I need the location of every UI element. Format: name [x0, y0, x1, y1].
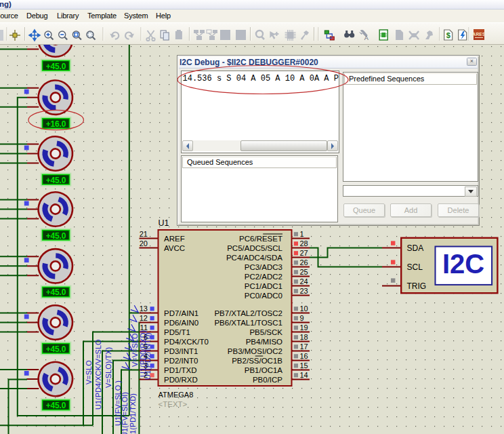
- svg-text:PC3/ADC3: PC3/ADC3: [245, 263, 282, 271]
- svg-text:I2C: I2C: [442, 249, 484, 279]
- svg-text:9: 9: [300, 314, 304, 322]
- svg-text:PD5/T1: PD5/T1: [164, 328, 190, 336]
- svg-text:V=SLO: V=SLO: [85, 360, 93, 384]
- svg-text:28: 28: [300, 239, 308, 248]
- svg-text:24: 24: [300, 277, 308, 285]
- svg-text:25: 25: [300, 268, 308, 276]
- svg-text:V=SLO)/TX): V=SLO)/TX): [104, 347, 112, 388]
- svg-text:14: 14: [300, 371, 308, 379]
- svg-text:10: 10: [300, 304, 308, 313]
- svg-text:PD0/RXD: PD0/RXD: [164, 376, 198, 384]
- svg-text:PD1/TXD: PD1/TXD: [164, 366, 197, 374]
- svg-text:3: 3: [144, 361, 148, 370]
- svg-text:A: A: [364, 35, 369, 41]
- svg-text:AVCC: AVCC: [164, 244, 185, 252]
- svg-text:27: 27: [300, 249, 308, 257]
- svg-text:PC2/ADC2: PC2/ADC2: [245, 273, 282, 281]
- svg-text:11: 11: [140, 323, 148, 332]
- svg-text:19: 19: [300, 323, 308, 332]
- svg-text:+45.0: +45.0: [46, 288, 66, 297]
- svg-text:PD7/AIN1: PD7/AIN1: [164, 309, 198, 317]
- svg-text:SDA: SDA: [407, 243, 424, 253]
- svg-text:TRIG: TRIG: [407, 281, 427, 291]
- svg-text:12: 12: [140, 314, 148, 322]
- svg-text:+45.0: +45.0: [46, 344, 66, 354]
- svg-text:18: 18: [300, 333, 308, 341]
- svg-text:20: 20: [140, 239, 148, 248]
- svg-text:U1(PD4/XCK/V=SLO: U1(PD4/XCK/V=SLO: [94, 339, 102, 410]
- svg-text:V=V=SLO: V=V=SLO: [131, 333, 139, 367]
- svg-text:4: 4: [144, 352, 148, 360]
- svg-text:17: 17: [300, 342, 308, 351]
- svg-text:PC0/ADC0: PC0/ADC0: [245, 292, 282, 300]
- svg-text:PC6/RESET: PC6/RESET: [239, 235, 282, 243]
- svg-text:PD3/INT1: PD3/INT1: [164, 347, 198, 355]
- svg-text:U1: U1: [159, 218, 169, 228]
- svg-text:21: 21: [140, 230, 148, 238]
- svg-text:PB7/XTAL2/TOSC2: PB7/XTAL2/TOSC2: [214, 309, 282, 317]
- svg-text:+45.0: +45.0: [46, 62, 66, 71]
- svg-text:ARES: ARES: [473, 32, 486, 37]
- svg-text:PB1/OC1A: PB1/OC1A: [245, 366, 283, 374]
- svg-text:15: 15: [300, 361, 308, 370]
- svg-text:$: $: [446, 31, 450, 39]
- svg-text:6: 6: [144, 333, 148, 341]
- svg-text:23: 23: [300, 287, 308, 295]
- svg-text:26: 26: [300, 258, 308, 267]
- svg-text:PC5/ADC5/SCL: PC5/ADC5/SCL: [227, 244, 282, 252]
- svg-text:+16.0: +16.0: [46, 119, 66, 129]
- svg-text:+45.0: +45.0: [46, 176, 66, 185]
- svg-text:16: 16: [300, 352, 308, 360]
- svg-text:2: 2: [144, 371, 148, 379]
- svg-text:PD2/INT0: PD2/INT0: [164, 357, 198, 365]
- svg-text:PC1/ADC1: PC1/ADC1: [245, 282, 282, 290]
- svg-text:+45.0: +45.0: [46, 401, 66, 410]
- svg-text:U1(PD1/TXD): U1(PD1/TXD): [129, 393, 137, 434]
- svg-text:<TEXT>: <TEXT>: [159, 400, 188, 408]
- svg-text:PB2/SS/OC1B: PB2/SS/OC1B: [232, 357, 282, 365]
- svg-text:SCL: SCL: [407, 262, 423, 272]
- svg-text:AREF: AREF: [164, 235, 185, 243]
- svg-text:PC4/ADC4/SDA: PC4/ADC4/SDA: [226, 254, 282, 262]
- svg-text:PB3/MOSI/OC2: PB3/MOSI/OC2: [228, 347, 282, 355]
- svg-text:PB6/XTAL1/TOSC1: PB6/XTAL1/TOSC1: [214, 319, 282, 327]
- svg-text:PB4/MISO: PB4/MISO: [246, 338, 282, 346]
- svg-text:13: 13: [140, 304, 148, 313]
- svg-text:U1(FV=SLOI): U1(FV=SLOI): [121, 392, 129, 434]
- svg-text:ATMEGA8: ATMEGA8: [159, 391, 194, 399]
- svg-text:PD4/XCK/T0: PD4/XCK/T0: [164, 338, 209, 346]
- svg-text:+45.0: +45.0: [46, 231, 66, 241]
- svg-text:1: 1: [300, 230, 304, 238]
- svg-text:PB0/ICP: PB0/ICP: [253, 376, 282, 384]
- svg-text:PB5/SCK: PB5/SCK: [249, 328, 282, 336]
- svg-text:5: 5: [144, 342, 148, 351]
- svg-text:PD6/AIN0: PD6/AIN0: [164, 319, 198, 327]
